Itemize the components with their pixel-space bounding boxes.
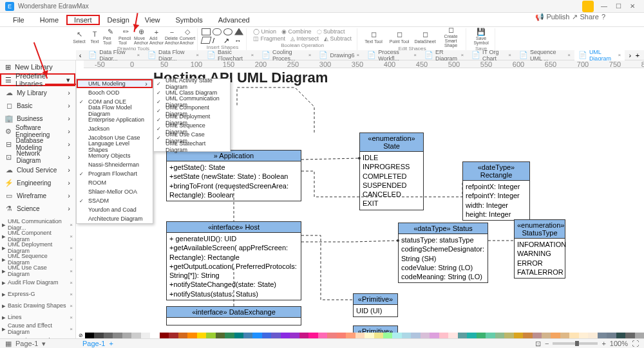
color-swatch[interactable] — [523, 333, 532, 338]
color-swatch[interactable] — [131, 333, 140, 338]
close-icon[interactable]: × — [618, 52, 621, 58]
tab-erdiagram[interactable]: 📄ER Diagram× — [421, 50, 468, 60]
new-library-button[interactable]: ⊞New Library — [0, 60, 75, 73]
library-item[interactable]: ▸UML Communication Diagr...× — [0, 219, 75, 230]
color-swatch[interactable] — [598, 333, 607, 338]
color-swatch[interactable] — [383, 333, 392, 338]
close-icon[interactable]: × — [70, 303, 73, 309]
color-swatch[interactable] — [150, 333, 159, 338]
tab-processworkfl[interactable]: 📄Process Workfl...× — [363, 50, 421, 60]
submenu-item[interactable]: Architecture Diagram — [77, 214, 153, 223]
color-swatch[interactable] — [252, 333, 261, 338]
color-swatch[interactable] — [318, 333, 327, 338]
color-swatch[interactable] — [187, 333, 196, 338]
color-swatch[interactable] — [392, 333, 401, 338]
bool-subtract[interactable]: ◭ Subtract — [324, 35, 352, 42]
tab-coolingproces[interactable]: 📄Cooling Proces...× — [258, 50, 315, 60]
close-icon[interactable]: × — [356, 52, 359, 58]
close-icon[interactable]: × — [70, 234, 73, 239]
close-icon[interactable]: × — [137, 52, 140, 58]
category-science[interactable]: ⚗Science› — [0, 202, 75, 215]
close-icon[interactable]: × — [251, 52, 254, 58]
color-swatch[interactable] — [402, 333, 411, 338]
close-icon[interactable]: × — [308, 52, 312, 58]
close-icon[interactable]: × — [70, 257, 73, 262]
color-swatch[interactable] — [104, 333, 113, 338]
color-swatch[interactable] — [243, 333, 252, 338]
user-badge-icon[interactable] — [582, 1, 594, 12]
tab-add-button[interactable]: + — [636, 51, 644, 59]
tab-itorgchart[interactable]: 📄IT Org Chart× — [468, 50, 515, 60]
submenu-item[interactable]: ✓Program Flowchart — [77, 169, 153, 178]
layout-icon[interactable]: ▦ — [5, 340, 12, 348]
color-swatch[interactable] — [365, 333, 374, 338]
color-swatch[interactable] — [290, 333, 299, 338]
submenu-item[interactable]: Jackson — [77, 124, 153, 133]
menu-file[interactable]: File — [5, 15, 32, 25]
submenu-item[interactable]: Enterprise Application — [77, 115, 153, 124]
category-software-engineering[interactable]: ⚙Software Engineering› — [0, 125, 75, 138]
color-swatch[interactable] — [495, 333, 504, 338]
color-swatch[interactable] — [178, 333, 187, 338]
library-item[interactable]: ▸Express-G× — [0, 288, 75, 300]
color-swatch[interactable] — [560, 333, 569, 338]
color-swatch[interactable] — [635, 333, 644, 338]
zoom-in-button[interactable]: + — [601, 340, 605, 347]
color-swatch[interactable] — [281, 333, 290, 338]
color-swatch[interactable] — [234, 333, 243, 338]
color-swatch[interactable] — [579, 333, 588, 338]
close-icon[interactable]: × — [70, 222, 73, 228]
shape-ellipse-icon[interactable] — [223, 28, 232, 35]
color-swatch[interactable] — [551, 333, 560, 338]
submenu-item[interactable]: Nassi-Shneiderman — [77, 160, 153, 169]
tool-pencil-tool[interactable]: ✏Pencil Tool — [118, 28, 133, 45]
color-swatch[interactable] — [458, 333, 467, 338]
library-item[interactable]: ▸UML Deployment Diagram× — [0, 242, 75, 253]
menu-design[interactable]: Design — [100, 15, 137, 25]
fit-icon[interactable]: ⊡ — [535, 340, 541, 348]
close-icon[interactable]: × — [70, 315, 73, 320]
bool-subtract[interactable]: ◌ Subtract — [317, 28, 345, 35]
help-icon[interactable]: ? — [601, 13, 605, 21]
tool-convert-anchor[interactable]: ◇Convert Anchor — [180, 28, 194, 45]
color-swatch[interactable] — [308, 333, 317, 338]
edit-datasheet[interactable]: ◻DataSheet — [413, 28, 437, 45]
submenu-item[interactable]: ✓UML Activity State Diagram — [154, 79, 230, 88]
color-swatch[interactable] — [448, 333, 457, 338]
submenu-item[interactable]: Yourdon and Coad — [77, 205, 153, 214]
library-item[interactable]: ▸Cause and Effect Diagram× — [0, 323, 75, 334]
submenu-item[interactable]: Memory Objects — [77, 151, 153, 160]
submenu-item[interactable]: UML Modeling› — [77, 79, 153, 88]
edit-text-tool[interactable]: ◻Text Tool — [361, 28, 386, 45]
tool-delete-anchor[interactable]: −Delete Anchor — [165, 28, 179, 45]
tab-dataflowdiagr[interactable]: 📄Data Flow Diagr...× — [144, 50, 203, 60]
color-swatch[interactable] — [262, 333, 271, 338]
close-icon[interactable]: × — [70, 280, 73, 286]
color-swatch[interactable] — [374, 333, 383, 338]
tab-umldiagram[interactable]: 📄UML Diagram× — [574, 50, 625, 60]
submenu-item[interactable]: Data Flow Model Diagram — [77, 106, 153, 115]
color-swatch[interactable] — [430, 333, 439, 338]
category-network-diagram[interactable]: ⊡Network Diagram› — [0, 151, 75, 163]
library-item[interactable]: ▸Basic Drawing Shapes× — [0, 300, 75, 311]
color-swatch[interactable] — [355, 333, 365, 338]
color-swatch[interactable] — [216, 333, 225, 338]
close-icon[interactable]: × — [70, 326, 73, 332]
close-icon[interactable]: × — [413, 52, 417, 58]
submenu-item[interactable]: ✓SSADM — [77, 196, 153, 205]
close-icon[interactable]: × — [70, 245, 73, 251]
color-swatch[interactable] — [327, 333, 336, 338]
color-swatch[interactable] — [616, 333, 625, 338]
tab-dataflowdiagr[interactable]: 📄Data Flow Diagr...× — [84, 50, 144, 60]
library-item[interactable]: ▸Lines× — [0, 311, 75, 323]
color-swatch[interactable] — [467, 333, 476, 338]
color-swatch[interactable] — [94, 333, 103, 338]
color-swatch[interactable] — [160, 333, 169, 338]
library-item[interactable]: ▸UML Sequence Diagram× — [0, 253, 75, 265]
color-swatch[interactable] — [569, 333, 578, 338]
shape-para-icon[interactable] — [201, 37, 212, 44]
library-item[interactable]: ▸Audit Flow Diagram× — [0, 277, 75, 288]
bool-combine[interactable]: ◉ Combine — [281, 28, 312, 35]
color-swatch[interactable] — [514, 333, 523, 338]
color-swatch[interactable] — [299, 333, 308, 338]
